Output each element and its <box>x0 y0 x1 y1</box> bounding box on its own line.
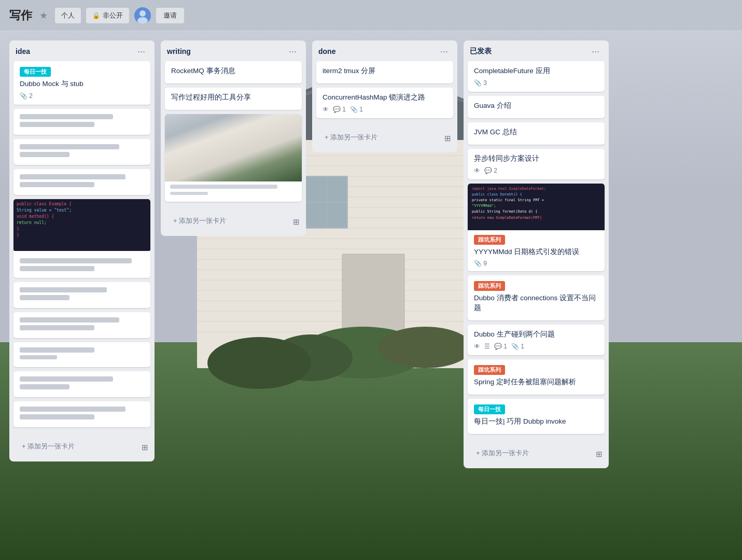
card-meta-dubbo-production: 👁 ☰ 💬 1 📎 1 <box>474 343 598 350</box>
column-writing-cards: RocketMQ 事务消息 写作过程好用的工具分享 <box>161 61 306 210</box>
blurred-card-7[interactable] <box>13 371 150 397</box>
invite-button[interactable]: 邀请 <box>156 8 184 23</box>
template-icon-idea[interactable]: ⊞ <box>139 441 150 454</box>
column-idea-cards: 每日一技 Dubbo Mock 与 stub 📎 2 <box>9 61 155 436</box>
blurred-card-8[interactable] <box>13 401 150 427</box>
card-title-rocketmq: RocketMQ 事务消息 <box>171 66 296 76</box>
comment-count-async: 💬 2 <box>484 167 497 174</box>
card-dubbo-mock[interactable]: 每日一技 Dubbo Mock 与 stub 📎 2 <box>13 61 150 105</box>
card-with-image[interactable]: public class Example { String value = "t… <box>13 199 150 278</box>
writing-footer: + 添加另一张卡片 ⊞ <box>161 210 306 236</box>
avatar <box>134 7 151 24</box>
list-icon-dubbo: ☰ <box>484 343 490 350</box>
idea-footer: + 添加另一张卡片 ⊞ <box>9 436 155 461</box>
template-icon-writing[interactable]: ⊞ <box>291 215 302 229</box>
card-jvm-gc[interactable]: JVM GC 总结 <box>468 122 605 145</box>
card-daily-dubbp[interactable]: 每日一技 每日一技| 巧用 Dubbp invoke <box>468 399 605 434</box>
attachment-count-completable: 📎 3 <box>474 79 487 87</box>
comment-count-dubbo: 💬 1 <box>494 343 507 350</box>
card-meta-concurrenthashmap: 👁 💬 1 📎 1 <box>323 106 447 113</box>
tag-pitfall-3: 踩坑系列 <box>474 365 505 375</box>
invite-label: 邀请 <box>163 11 177 19</box>
card-meta-completable-future: 📎 3 <box>474 79 598 87</box>
blurred-card-3[interactable] <box>13 169 150 195</box>
add-card-idea[interactable]: + 添加另一张卡片 <box>16 438 137 455</box>
card-title-daily-dubbp: 每日一技| 巧用 Dubbp invoke <box>474 417 598 427</box>
tag-daily-tech-2: 每日一技 <box>474 404 505 414</box>
done-footer: + 添加另一张卡片 ⊞ <box>312 127 457 152</box>
column-idea: idea ··· 每日一技 Dubbo Mock 与 stub 📎 2 <box>9 40 155 461</box>
card-spring-timer[interactable]: 踩坑系列 Spring 定时任务被阻塞问题解析 <box>468 359 605 395</box>
card-title-async-sync: 异步转同步方案设计 <box>474 154 598 164</box>
template-icon-published[interactable]: ⊞ <box>594 447 605 461</box>
card-meta-async-sync: 👁 💬 2 <box>474 167 598 174</box>
card-title-yyyymmdd: YYYYMMdd 日期格式引发的错误 <box>474 247 598 257</box>
published-footer: + 添加另一张卡片 ⊞ <box>464 442 609 468</box>
card-meta-dubbo-mock: 📎 2 <box>20 92 144 100</box>
add-card-done[interactable]: + 添加另一张卡片 <box>318 129 440 146</box>
card-async-sync[interactable]: 异步转同步方案设计 👁 💬 2 <box>468 149 605 179</box>
card-iterm2[interactable]: iterm2 tmux 分屏 <box>316 61 453 83</box>
column-writing-title: writing <box>167 47 191 55</box>
attachment-count: 📎 2 <box>20 92 33 100</box>
blurred-card-5[interactable] <box>13 312 150 338</box>
add-card-published[interactable]: + 添加另一张卡片 <box>470 444 592 462</box>
column-published-header: 已发表 ··· <box>464 40 609 61</box>
card-title-concurrenthashmap: ConcurrentHashMap 锁演进之路 <box>323 93 447 103</box>
card-guava[interactable]: Guava 介绍 <box>468 96 605 118</box>
card-yyyymmdd[interactable]: import java.text.SimpleDateFormat; publi… <box>468 184 605 272</box>
card-concurrenthashmap[interactable]: ConcurrentHashMap 锁演进之路 👁 💬 1 📎 1 <box>316 88 453 118</box>
card-writing-tools[interactable]: 写作过程好用的工具分享 <box>165 88 302 110</box>
tag-daily-tech-1: 每日一技 <box>20 67 51 77</box>
card-title-iterm2: iterm2 tmux 分屏 <box>323 66 447 76</box>
board-background: idea ··· 每日一技 Dubbo Mock 与 stub 📎 2 <box>0 31 742 560</box>
column-done-cards: iterm2 tmux 分屏 ConcurrentHashMap 锁演进之路 👁… <box>312 61 457 127</box>
svg-point-1 <box>139 10 146 17</box>
board-title: 写作 <box>9 8 32 23</box>
view-icon-dubbo: 👁 <box>474 343 480 350</box>
card-dubbo-production[interactable]: Dubbo 生产碰到两个问题 👁 ☰ 💬 1 📎 1 <box>468 325 605 355</box>
column-writing-menu[interactable]: ··· <box>286 46 300 57</box>
column-done-menu[interactable]: ··· <box>437 46 451 57</box>
star-button[interactable]: ★ <box>37 8 50 23</box>
view-icon-async: 👁 <box>474 167 480 174</box>
column-idea-menu[interactable]: ··· <box>134 46 148 57</box>
comment-count-concurrenthashmap: 💬 1 <box>333 106 346 113</box>
column-writing-header: writing ··· <box>161 40 306 61</box>
personal-button[interactable]: 个人 <box>55 8 81 23</box>
blurred-card-2[interactable] <box>13 139 150 165</box>
private-button[interactable]: 🔒 非公开 <box>86 8 129 23</box>
card-title-dubbo-mock: Dubbo Mock 与 stub <box>20 79 144 89</box>
card-dubbo-connections[interactable]: 踩坑系列 Dubbo 消费者 connections 设置不当问题 <box>468 275 605 320</box>
card-title-jvm-gc: JVM GC 总结 <box>474 128 598 137</box>
card-title-completable-future: CompletableFuture 应用 <box>474 66 598 76</box>
column-idea-header: idea ··· <box>9 40 155 61</box>
column-done-header: done ··· <box>312 40 457 61</box>
column-published-cards: CompletableFuture 应用 📎 3 Guava 介绍 JVM GC… <box>464 61 609 442</box>
code-preview: public class Example { String value = "t… <box>17 201 72 239</box>
tag-pitfall-2: 踩坑系列 <box>474 281 505 291</box>
card-completable-future[interactable]: CompletableFuture 应用 📎 3 <box>468 61 605 92</box>
card-rocketmq[interactable]: RocketMQ 事务消息 <box>165 61 302 83</box>
personal-label: 个人 <box>61 11 75 20</box>
tag-pitfall-1: 踩坑系列 <box>474 235 505 245</box>
attachment-count-concurrenthashmap: 📎 1 <box>350 106 363 113</box>
card-title-writing-tools: 写作过程好用的工具分享 <box>171 93 296 103</box>
blurred-card-1[interactable] <box>13 109 150 135</box>
template-icon-done[interactable]: ⊞ <box>442 132 453 145</box>
card-house-image[interactable] <box>165 114 302 202</box>
card-title-guava: Guava 介绍 <box>474 101 598 111</box>
column-published-menu[interactable]: ··· <box>589 46 603 57</box>
card-meta-yyyymmdd: 📎 9 <box>474 260 598 267</box>
attachment-count-dubbo: 📎 1 <box>511 343 524 350</box>
column-writing: writing ··· RocketMQ 事务消息 写作过程好用的工具分享 <box>161 40 306 236</box>
board-header: 写作 ★ 个人 🔒 非公开 邀请 <box>0 0 742 31</box>
column-idea-title: idea <box>16 47 30 55</box>
blurred-card-6[interactable] <box>13 342 150 367</box>
private-label: 非公开 <box>103 11 123 20</box>
board-container: 写作 ★ 个人 🔒 非公开 邀请 <box>0 0 742 560</box>
add-card-writing[interactable]: + 添加另一张卡片 <box>167 212 289 230</box>
lock-icon: 🔒 <box>92 12 100 19</box>
columns-container: idea ··· 每日一技 Dubbo Mock 与 stub 📎 2 <box>0 31 742 560</box>
blurred-card-4[interactable] <box>13 282 150 308</box>
